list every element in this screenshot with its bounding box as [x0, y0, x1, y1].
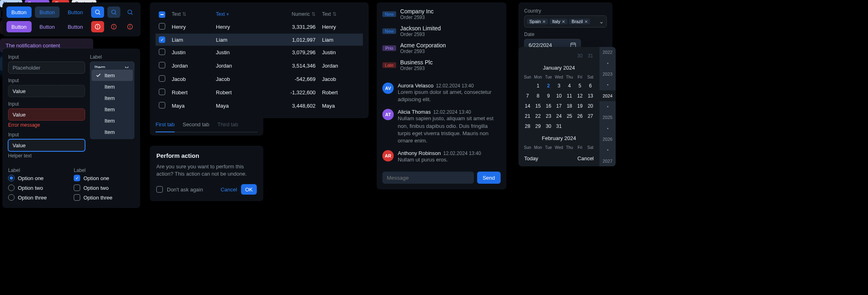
radio-option[interactable]: Option two — [8, 183, 69, 193]
remove-chip-icon[interactable]: ✕ — [542, 19, 546, 24]
calendar-day[interactable]: 27 — [585, 111, 595, 121]
input-error[interactable] — [8, 108, 85, 121]
calendar-day[interactable]: 11 — [564, 91, 574, 101]
table-row[interactable]: RobertRobert-1,322,600Robert — [156, 86, 363, 99]
year-option[interactable]: 2027 — [599, 155, 616, 166]
tab-first[interactable]: First tab — [156, 119, 175, 132]
calendar-day[interactable]: 4 — [564, 81, 574, 91]
calendar-day[interactable]: 15 — [533, 101, 543, 111]
calendar-day[interactable]: 19 — [575, 101, 585, 111]
calendar-day[interactable]: 23 — [544, 111, 554, 121]
country-multiselect[interactable]: Spain ✕Italy ✕Brazil ✕⌄ — [524, 15, 607, 28]
calendar-day[interactable]: 31 — [554, 121, 564, 131]
calendar-day[interactable]: 7 — [523, 91, 533, 101]
calendar-day[interactable]: 1 — [533, 81, 543, 91]
country-chip[interactable]: Spain ✕ — [527, 19, 548, 24]
select-option[interactable]: Item — [92, 115, 133, 126]
alert-button-text[interactable] — [124, 21, 136, 32]
select-option[interactable]: Item — [92, 92, 133, 104]
calendar-day[interactable]: 28 — [523, 121, 533, 131]
ok-button[interactable]: OK — [241, 184, 257, 195]
button-primary-alt[interactable]: Button — [6, 21, 32, 32]
table-row[interactable]: LiamLiam1,012,997Liam — [156, 34, 363, 46]
checkbox-option[interactable]: Option three — [74, 193, 134, 202]
table-row[interactable]: JacobJacob-542,669Jacob — [156, 72, 363, 86]
button-tertiary-alt[interactable]: Button — [63, 21, 88, 32]
list-item[interactable]: PrioAcme CorporationOrder 2593 — [382, 42, 501, 54]
col-header[interactable]: Numeric — [292, 11, 310, 17]
calendar-day[interactable]: 30 — [544, 121, 554, 131]
calendar-day[interactable]: 16 — [544, 101, 554, 111]
calendar-day[interactable]: 13 — [585, 91, 595, 101]
year-option[interactable]: 2025 — [599, 112, 616, 123]
table-row[interactable]: MayaMaya3,448,602Maya — [156, 99, 363, 112]
country-chip[interactable]: Italy ✕ — [550, 19, 567, 24]
calendar-day[interactable]: 26 — [575, 111, 585, 121]
calendar-cancel-button[interactable]: Cancel — [578, 155, 594, 161]
calendar-day[interactable]: 20 — [585, 101, 595, 111]
table-row[interactable]: JordanJordan3,514,346Jordan — [156, 59, 363, 72]
row-checkbox[interactable] — [159, 49, 165, 55]
button-tertiary[interactable]: Button — [63, 6, 88, 18]
input-focused[interactable] — [8, 139, 85, 151]
table-row[interactable]: HenryHenry3,331,296Henry — [156, 20, 363, 34]
calendar-day[interactable]: 10 — [554, 91, 564, 101]
remove-chip-icon[interactable]: ✕ — [584, 19, 588, 24]
row-checkbox[interactable] — [159, 23, 165, 30]
calendar-day[interactable]: 12 — [575, 91, 585, 101]
calendar-day[interactable]: 21 — [523, 111, 533, 121]
row-checkbox[interactable] — [159, 89, 165, 95]
calendar-day[interactable]: 14 — [523, 101, 533, 111]
row-checkbox[interactable] — [159, 36, 165, 43]
list-item[interactable]: NewCompany IncOrder 2593 — [382, 8, 501, 20]
year-option[interactable]: 2023 — [599, 69, 616, 80]
select-option[interactable]: Item — [92, 126, 133, 138]
calendar-day[interactable]: 18 — [564, 101, 574, 111]
calendar-day[interactable]: 9 — [544, 91, 554, 101]
remove-chip-icon[interactable]: ✕ — [562, 19, 565, 24]
message-input[interactable] — [382, 172, 474, 184]
country-chip[interactable]: Brazil ✕ — [569, 19, 590, 24]
select-option[interactable]: Item — [92, 104, 133, 115]
dont-ask-checkbox[interactable] — [156, 186, 163, 193]
input-placeholder[interactable] — [8, 62, 85, 74]
input-dashed[interactable] — [8, 85, 85, 97]
calendar-day[interactable]: 17 — [554, 101, 564, 111]
tab-second[interactable]: Second tab — [183, 119, 209, 132]
calendar-day[interactable]: 2 — [544, 81, 554, 91]
radio-option[interactable]: Option one — [8, 173, 69, 183]
search-button-fill[interactable] — [91, 6, 104, 18]
checkbox-option[interactable]: Option one — [74, 173, 134, 183]
calendar-day[interactable]: 24 — [554, 111, 564, 121]
today-button[interactable]: Today — [524, 155, 538, 161]
col-header-sorted[interactable]: Text — [216, 11, 225, 17]
col-header[interactable]: Text — [322, 11, 331, 17]
alert-button-fill[interactable] — [91, 21, 104, 32]
year-strip[interactable]: 202220232024202520262027 — [599, 47, 616, 166]
calendar-day[interactable]: 6 — [585, 81, 595, 91]
button-secondary[interactable]: Button — [35, 6, 60, 18]
table-row[interactable]: JustinJustin3,079,296Justin — [156, 46, 363, 59]
select-all-checkbox[interactable] — [159, 11, 165, 18]
button-primary[interactable]: Button — [6, 6, 32, 18]
calendar-day[interactable]: 3 — [554, 81, 564, 91]
year-option[interactable]: 2022 — [599, 47, 616, 58]
search-button-text[interactable] — [124, 6, 136, 18]
year-option[interactable]: 2026 — [599, 134, 616, 145]
checkbox-option[interactable]: Option two — [74, 183, 134, 193]
row-checkbox[interactable] — [159, 75, 165, 82]
cancel-button[interactable]: Cancel — [221, 187, 237, 193]
calendar-day[interactable]: 25 — [564, 111, 574, 121]
list-item[interactable]: LateBusiness PlcOrder 2593 — [382, 59, 501, 71]
search-button-outline[interactable] — [107, 6, 120, 18]
radio-option[interactable]: Option three — [8, 193, 69, 202]
year-option[interactable]: 2024 — [599, 90, 616, 101]
list-item[interactable]: NewJackson LimitedOrder 2593 — [382, 25, 501, 37]
row-checkbox[interactable] — [159, 62, 165, 68]
alert-button-outline[interactable] — [107, 21, 120, 32]
button-secondary-alt[interactable]: Button — [35, 21, 60, 32]
col-header[interactable]: Text — [172, 11, 181, 17]
select-option[interactable]: Item — [92, 81, 133, 92]
row-checkbox[interactable] — [159, 102, 165, 108]
calendar-day[interactable]: 29 — [533, 121, 543, 131]
